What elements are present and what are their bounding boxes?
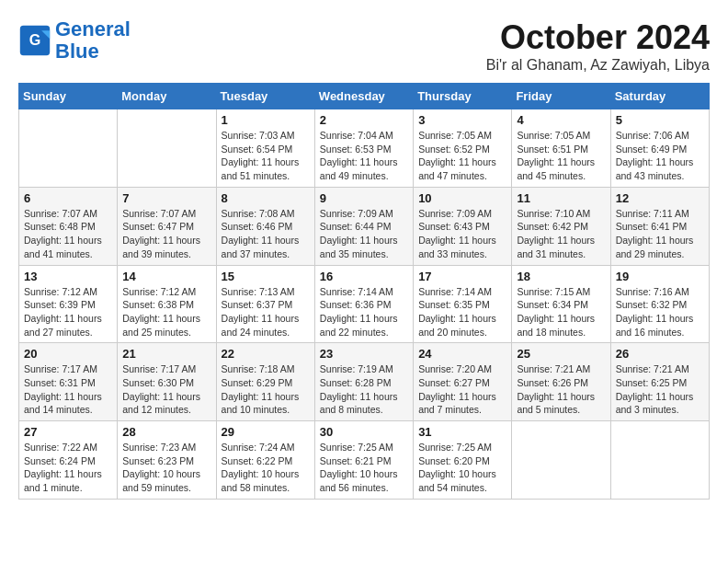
- day-detail: Sunrise: 7:12 AMSunset: 6:39 PMDaylight:…: [24, 285, 112, 339]
- day-detail: Sunrise: 7:09 AMSunset: 6:43 PMDaylight:…: [418, 207, 506, 261]
- calendar-week-row: 6Sunrise: 7:07 AMSunset: 6:48 PMDaylight…: [19, 187, 710, 265]
- day-detail: Sunrise: 7:22 AMSunset: 6:24 PMDaylight:…: [24, 441, 112, 495]
- day-number: 2: [320, 113, 408, 127]
- calendar-cell: 13Sunrise: 7:12 AMSunset: 6:39 PMDayligh…: [19, 265, 118, 343]
- day-detail: Sunrise: 7:05 AMSunset: 6:51 PMDaylight:…: [517, 129, 605, 183]
- calendar-cell: 20Sunrise: 7:17 AMSunset: 6:31 PMDayligh…: [19, 343, 118, 421]
- calendar-cell: 24Sunrise: 7:20 AMSunset: 6:27 PMDayligh…: [414, 343, 512, 421]
- calendar-cell: 2Sunrise: 7:04 AMSunset: 6:53 PMDaylight…: [314, 109, 413, 188]
- day-number: 19: [616, 270, 704, 283]
- calendar-cell: 21Sunrise: 7:17 AMSunset: 6:30 PMDayligh…: [118, 343, 216, 421]
- day-number: 10: [418, 191, 506, 205]
- day-number: 14: [122, 270, 210, 283]
- calendar-cell: [610, 421, 709, 500]
- col-wednesday: Wednesday: [314, 84, 413, 109]
- col-tuesday: Tuesday: [216, 84, 314, 109]
- calendar-cell: [118, 109, 216, 188]
- day-detail: Sunrise: 7:05 AMSunset: 6:52 PMDaylight:…: [418, 129, 506, 183]
- calendar-cell: 18Sunrise: 7:15 AMSunset: 6:34 PMDayligh…: [512, 265, 610, 343]
- calendar-week-row: 27Sunrise: 7:22 AMSunset: 6:24 PMDayligh…: [19, 421, 710, 500]
- day-number: 31: [418, 425, 506, 439]
- day-detail: Sunrise: 7:20 AMSunset: 6:27 PMDaylight:…: [418, 362, 506, 417]
- day-number: 30: [320, 425, 408, 439]
- day-number: 25: [517, 347, 605, 361]
- calendar-cell: 27Sunrise: 7:22 AMSunset: 6:24 PMDayligh…: [19, 421, 118, 500]
- logo-line1: General: [55, 17, 131, 40]
- day-detail: Sunrise: 7:16 AMSunset: 6:32 PMDaylight:…: [616, 285, 704, 339]
- day-number: 12: [616, 191, 704, 205]
- calendar-cell: 22Sunrise: 7:18 AMSunset: 6:29 PMDayligh…: [216, 343, 314, 421]
- calendar-week-row: 20Sunrise: 7:17 AMSunset: 6:31 PMDayligh…: [19, 343, 710, 421]
- calendar-cell: [512, 421, 610, 500]
- day-detail: Sunrise: 7:06 AMSunset: 6:49 PMDaylight:…: [616, 129, 704, 183]
- calendar-cell: 31Sunrise: 7:25 AMSunset: 6:20 PMDayligh…: [414, 421, 512, 500]
- day-detail: Sunrise: 7:08 AMSunset: 6:46 PMDaylight:…: [222, 207, 310, 261]
- day-detail: Sunrise: 7:10 AMSunset: 6:42 PMDaylight:…: [517, 207, 605, 261]
- calendar-cell: 29Sunrise: 7:24 AMSunset: 6:22 PMDayligh…: [216, 421, 314, 500]
- calendar-cell: 25Sunrise: 7:21 AMSunset: 6:26 PMDayligh…: [512, 343, 610, 421]
- day-detail: Sunrise: 7:25 AMSunset: 6:21 PMDaylight:…: [320, 441, 408, 495]
- calendar-cell: 14Sunrise: 7:12 AMSunset: 6:38 PMDayligh…: [118, 265, 216, 343]
- calendar-cell: 17Sunrise: 7:14 AMSunset: 6:35 PMDayligh…: [414, 265, 512, 343]
- day-detail: Sunrise: 7:14 AMSunset: 6:36 PMDaylight:…: [320, 285, 408, 339]
- day-number: 8: [222, 191, 310, 205]
- calendar-cell: 7Sunrise: 7:07 AMSunset: 6:47 PMDaylight…: [118, 187, 216, 265]
- calendar-cell: 16Sunrise: 7:14 AMSunset: 6:36 PMDayligh…: [314, 265, 413, 343]
- calendar-cell: 26Sunrise: 7:21 AMSunset: 6:25 PMDayligh…: [610, 343, 709, 421]
- day-detail: Sunrise: 7:25 AMSunset: 6:20 PMDaylight:…: [418, 441, 506, 495]
- calendar-cell: 12Sunrise: 7:11 AMSunset: 6:41 PMDayligh…: [610, 187, 709, 265]
- calendar-table: Sunday Monday Tuesday Wednesday Thursday…: [18, 83, 710, 500]
- calendar-cell: 11Sunrise: 7:10 AMSunset: 6:42 PMDayligh…: [512, 187, 610, 265]
- day-detail: Sunrise: 7:18 AMSunset: 6:29 PMDaylight:…: [222, 362, 310, 417]
- day-number: 11: [517, 191, 605, 205]
- svg-text:G: G: [29, 32, 41, 49]
- day-number: 24: [418, 347, 506, 361]
- calendar-header-row: Sunday Monday Tuesday Wednesday Thursday…: [19, 84, 710, 109]
- day-number: 22: [222, 347, 310, 361]
- calendar-cell: 9Sunrise: 7:09 AMSunset: 6:44 PMDaylight…: [314, 187, 413, 265]
- day-number: 3: [418, 113, 506, 127]
- logo-icon: G: [18, 24, 51, 57]
- calendar-week-row: 13Sunrise: 7:12 AMSunset: 6:39 PMDayligh…: [19, 265, 710, 343]
- day-detail: Sunrise: 7:04 AMSunset: 6:53 PMDaylight:…: [320, 129, 408, 183]
- day-detail: Sunrise: 7:21 AMSunset: 6:25 PMDaylight:…: [616, 362, 704, 417]
- calendar-cell: 19Sunrise: 7:16 AMSunset: 6:32 PMDayligh…: [610, 265, 709, 343]
- day-number: 5: [616, 113, 704, 127]
- col-monday: Monday: [118, 84, 216, 109]
- day-number: 18: [517, 270, 605, 283]
- calendar-cell: 10Sunrise: 7:09 AMSunset: 6:43 PMDayligh…: [414, 187, 512, 265]
- day-number: 6: [24, 191, 112, 205]
- logo-text: General Blue: [55, 18, 131, 63]
- day-detail: Sunrise: 7:23 AMSunset: 6:23 PMDaylight:…: [122, 441, 210, 495]
- calendar-cell: 4Sunrise: 7:05 AMSunset: 6:51 PMDaylight…: [512, 109, 610, 188]
- title-block: October 2024 Bi'r al Ghanam, Az Zawiyah,…: [486, 18, 710, 74]
- day-detail: Sunrise: 7:17 AMSunset: 6:31 PMDaylight:…: [24, 362, 112, 417]
- day-detail: Sunrise: 7:24 AMSunset: 6:22 PMDaylight:…: [222, 441, 310, 495]
- day-number: 21: [122, 347, 210, 361]
- calendar-cell: 8Sunrise: 7:08 AMSunset: 6:46 PMDaylight…: [216, 187, 314, 265]
- col-friday: Friday: [512, 84, 610, 109]
- calendar-cell: 3Sunrise: 7:05 AMSunset: 6:52 PMDaylight…: [414, 109, 512, 188]
- day-detail: Sunrise: 7:03 AMSunset: 6:54 PMDaylight:…: [222, 129, 310, 183]
- day-detail: Sunrise: 7:09 AMSunset: 6:44 PMDaylight:…: [320, 207, 408, 261]
- logo: G General Blue: [18, 18, 131, 63]
- location: Bi'r al Ghanam, Az Zawiyah, Libya: [486, 57, 710, 74]
- day-number: 27: [24, 425, 112, 439]
- col-sunday: Sunday: [19, 84, 118, 109]
- calendar-cell: 5Sunrise: 7:06 AMSunset: 6:49 PMDaylight…: [610, 109, 709, 188]
- day-number: 20: [24, 347, 112, 361]
- calendar-cell: 1Sunrise: 7:03 AMSunset: 6:54 PMDaylight…: [216, 109, 314, 188]
- day-number: 23: [320, 347, 408, 361]
- calendar-cell: 23Sunrise: 7:19 AMSunset: 6:28 PMDayligh…: [314, 343, 413, 421]
- day-detail: Sunrise: 7:17 AMSunset: 6:30 PMDaylight:…: [122, 362, 210, 417]
- day-number: 17: [418, 270, 506, 283]
- day-number: 13: [24, 270, 112, 283]
- day-detail: Sunrise: 7:11 AMSunset: 6:41 PMDaylight:…: [616, 207, 704, 261]
- day-number: 7: [122, 191, 210, 205]
- calendar-cell: [19, 109, 118, 188]
- day-detail: Sunrise: 7:15 AMSunset: 6:34 PMDaylight:…: [517, 285, 605, 339]
- day-number: 26: [616, 347, 704, 361]
- day-number: 9: [320, 191, 408, 205]
- day-number: 16: [320, 270, 408, 283]
- calendar-cell: 28Sunrise: 7:23 AMSunset: 6:23 PMDayligh…: [118, 421, 216, 500]
